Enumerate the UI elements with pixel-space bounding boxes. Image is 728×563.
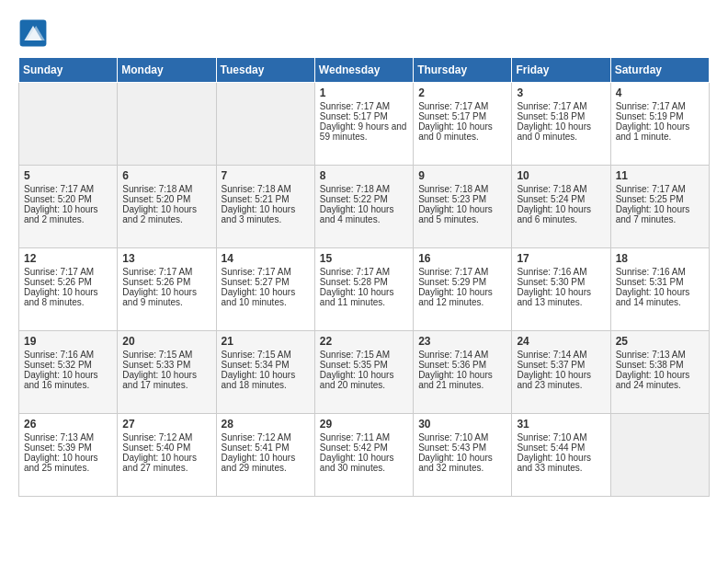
day-number: 17 [517,252,605,265]
day-info: Daylight: 9 hours and 59 minutes. [320,121,408,142]
day-number: 4 [616,86,704,99]
day-info: Sunset: 5:23 PM [418,194,506,204]
day-info: Sunrise: 7:16 AM [24,350,112,360]
day-info: Sunset: 5:20 PM [122,194,210,204]
day-info: Sunset: 5:22 PM [320,194,408,204]
calendar-cell: 31Sunrise: 7:10 AMSunset: 5:44 PMDayligh… [512,414,610,497]
logo [18,18,51,48]
day-info: Daylight: 10 hours and 2 minutes. [122,204,210,224]
day-info: Sunrise: 7:16 AM [517,267,605,277]
day-number: 6 [122,169,210,182]
calendar-cell: 9Sunrise: 7:18 AMSunset: 5:23 PMDaylight… [414,166,512,248]
day-info: Sunrise: 7:17 AM [320,101,408,111]
day-info: Sunrise: 7:17 AM [24,184,112,194]
day-info: Daylight: 10 hours and 9 minutes. [122,287,210,307]
day-number: 11 [616,169,704,182]
day-info: Daylight: 10 hours and 20 minutes. [320,370,408,390]
day-info: Daylight: 10 hours and 13 minutes. [517,287,605,307]
day-info: Sunset: 5:21 PM [222,194,310,204]
calendar-cell: 6Sunrise: 7:18 AMSunset: 5:20 PMDaylight… [118,166,216,248]
day-number: 23 [418,335,506,348]
day-info: Sunrise: 7:11 AM [320,432,408,442]
day-info: Daylight: 10 hours and 2 minutes. [24,204,112,224]
day-info: Sunrise: 7:17 AM [222,267,310,277]
calendar-cell: 13Sunrise: 7:17 AMSunset: 5:26 PMDayligh… [118,248,216,331]
day-info: Daylight: 10 hours and 21 minutes. [418,370,506,390]
day-info: Daylight: 10 hours and 30 minutes. [320,453,408,473]
day-number: 15 [320,252,408,265]
day-info: Sunset: 5:37 PM [517,360,605,370]
day-info: Sunrise: 7:17 AM [418,101,506,111]
calendar-cell: 22Sunrise: 7:15 AMSunset: 5:35 PMDayligh… [314,331,413,414]
day-number: 16 [418,252,506,265]
calendar-cell: 15Sunrise: 7:17 AMSunset: 5:28 PMDayligh… [314,248,413,331]
week-row-1: 1Sunrise: 7:17 AMSunset: 5:17 PMDaylight… [19,83,710,166]
calendar-cell: 18Sunrise: 7:16 AMSunset: 5:31 PMDayligh… [610,248,709,331]
day-info: Sunset: 5:29 PM [418,277,506,287]
calendar-cell: 11Sunrise: 7:17 AMSunset: 5:25 PMDayligh… [610,166,709,248]
day-number: 2 [418,86,506,99]
col-header-sunday: Sunday [19,58,118,83]
day-info: Sunset: 5:41 PM [222,442,310,453]
day-number: 18 [616,252,704,265]
day-number: 14 [222,252,310,265]
day-info: Daylight: 10 hours and 0 minutes. [418,121,506,142]
day-number: 29 [320,418,408,431]
day-info: Sunset: 5:17 PM [418,111,506,121]
col-header-wednesday: Wednesday [314,58,413,83]
day-info: Daylight: 10 hours and 0 minutes. [517,121,605,142]
calendar-cell: 1Sunrise: 7:17 AMSunset: 5:17 PMDaylight… [314,83,413,166]
day-info: Sunrise: 7:14 AM [418,350,506,360]
day-info: Sunset: 5:30 PM [517,277,605,287]
calendar-cell [118,83,216,166]
day-number: 13 [122,252,210,265]
day-info: Sunrise: 7:15 AM [222,350,310,360]
calendar-cell: 20Sunrise: 7:15 AMSunset: 5:33 PMDayligh… [118,331,216,414]
day-info: Sunset: 5:19 PM [616,111,704,121]
calendar-cell: 24Sunrise: 7:14 AMSunset: 5:37 PMDayligh… [512,331,610,414]
day-info: Sunset: 5:44 PM [517,442,605,453]
day-info: Sunset: 5:33 PM [122,360,210,370]
calendar-cell: 4Sunrise: 7:17 AMSunset: 5:19 PMDaylight… [610,83,709,166]
day-info: Sunset: 5:42 PM [320,442,408,453]
calendar-cell: 2Sunrise: 7:17 AMSunset: 5:17 PMDaylight… [414,83,512,166]
day-info: Daylight: 10 hours and 23 minutes. [517,370,605,390]
day-info: Sunrise: 7:13 AM [616,350,704,360]
day-info: Sunrise: 7:18 AM [418,184,506,194]
day-info: Sunset: 5:26 PM [122,277,210,287]
day-info: Sunrise: 7:18 AM [517,184,605,194]
calendar-cell: 28Sunrise: 7:12 AMSunset: 5:41 PMDayligh… [216,414,314,497]
day-info: Daylight: 10 hours and 4 minutes. [320,204,408,224]
day-info: Sunrise: 7:16 AM [616,267,704,277]
day-info: Sunset: 5:35 PM [320,360,408,370]
day-info: Sunset: 5:39 PM [24,442,112,453]
calendar-cell: 19Sunrise: 7:16 AMSunset: 5:32 PMDayligh… [19,331,118,414]
calendar-cell: 29Sunrise: 7:11 AMSunset: 5:42 PMDayligh… [314,414,413,497]
day-info: Daylight: 10 hours and 12 minutes. [418,287,506,307]
calendar-cell: 26Sunrise: 7:13 AMSunset: 5:39 PMDayligh… [19,414,118,497]
day-info: Daylight: 10 hours and 25 minutes. [24,453,112,473]
calendar-cell: 21Sunrise: 7:15 AMSunset: 5:34 PMDayligh… [216,331,314,414]
day-number: 24 [517,335,605,348]
day-number: 8 [320,169,408,182]
day-info: Daylight: 10 hours and 3 minutes. [222,204,310,224]
day-info: Daylight: 10 hours and 5 minutes. [418,204,506,224]
day-info: Daylight: 10 hours and 24 minutes. [616,370,704,390]
day-info: Sunrise: 7:10 AM [418,432,506,442]
day-info: Sunset: 5:34 PM [222,360,310,370]
col-header-thursday: Thursday [414,58,512,83]
day-info: Sunrise: 7:13 AM [24,432,112,442]
day-info: Sunrise: 7:17 AM [616,184,704,194]
logo-icon [18,18,48,48]
day-info: Sunset: 5:27 PM [222,277,310,287]
day-info: Daylight: 10 hours and 14 minutes. [616,287,704,307]
day-info: Sunrise: 7:18 AM [222,184,310,194]
day-info: Sunset: 5:38 PM [616,360,704,370]
calendar-cell: 3Sunrise: 7:17 AMSunset: 5:18 PMDaylight… [512,83,610,166]
day-number: 1 [320,86,408,99]
day-info: Sunrise: 7:17 AM [517,101,605,111]
day-number: 12 [24,252,112,265]
calendar-cell: 5Sunrise: 7:17 AMSunset: 5:20 PMDaylight… [19,166,118,248]
day-number: 27 [122,418,210,431]
day-info: Sunrise: 7:17 AM [616,101,704,111]
